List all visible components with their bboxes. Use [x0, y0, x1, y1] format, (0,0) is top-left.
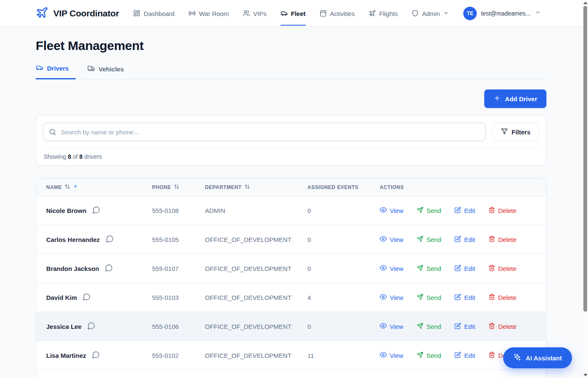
- filters-button[interactable]: Filters: [492, 123, 539, 141]
- nav-item-activities[interactable]: Activities: [320, 1, 355, 26]
- brand-name: VIP Coordinator: [53, 8, 119, 18]
- search-input-wrap: [43, 123, 486, 141]
- view-action[interactable]: View: [380, 235, 403, 244]
- nav-item-dashboard[interactable]: Dashboard: [133, 1, 174, 26]
- driver-phone: 555-0106: [152, 323, 205, 330]
- chat-bubble-icon[interactable]: [87, 322, 95, 331]
- plane-icon: [369, 10, 376, 18]
- delete-action[interactable]: Delete: [488, 236, 516, 244]
- scrollbar: [582, 0, 588, 378]
- eye-icon: [380, 206, 387, 215]
- chat-bubble-icon[interactable]: [105, 235, 114, 244]
- nav-item-war-room[interactable]: War Room: [189, 1, 229, 26]
- column-header-name[interactable]: NAME: [46, 184, 152, 191]
- table-row[interactable]: Lisa Martinez 555-0102 OFFICE_OF_DEVELOP…: [36, 341, 546, 370]
- send-action[interactable]: Send: [417, 323, 441, 331]
- search-input[interactable]: [43, 123, 486, 141]
- delete-action[interactable]: Delete: [488, 265, 516, 273]
- table-header: NAME PHONE DEPARTMENT ASSIGNED EVENTS AC…: [36, 178, 546, 196]
- view-action[interactable]: View: [380, 206, 403, 215]
- chat-bubble-icon[interactable]: [92, 351, 100, 360]
- edit-action[interactable]: Edit: [454, 265, 475, 273]
- view-action[interactable]: View: [380, 264, 403, 273]
- trash-icon: [488, 207, 495, 215]
- truck-icon: [87, 65, 95, 74]
- table-row[interactable]: Jessica Lee 555-0106 OFFICE_OF_DEVELOPME…: [36, 312, 546, 341]
- column-header-department[interactable]: DEPARTMENT: [205, 184, 307, 191]
- edit-action[interactable]: Edit: [454, 294, 475, 302]
- table-row[interactable]: Brandon Jackson 555-0107 OFFICE_OF_DEVEL…: [36, 254, 546, 283]
- view-action[interactable]: View: [380, 351, 403, 360]
- chevron-down-icon: [443, 10, 449, 17]
- nav-item-vips[interactable]: VIPs: [243, 1, 267, 26]
- eye-icon: [380, 235, 387, 244]
- driver-phone: 555-0102: [152, 352, 205, 359]
- send-action[interactable]: Send: [417, 294, 441, 302]
- assigned-events-count: 11: [307, 352, 380, 359]
- table-row[interactable]: Carlos Hernandez 555-0105 OFFICE_OF_DEVE…: [36, 225, 546, 254]
- chat-bubble-icon[interactable]: [105, 264, 113, 273]
- send-icon: [417, 207, 423, 215]
- table-row[interactable]: Nicole Brown 555-0108 ADMIN 0 View Send …: [36, 196, 546, 225]
- driver-phone: 555-0103: [152, 294, 205, 301]
- delete-action[interactable]: Delete: [488, 294, 516, 302]
- trash-icon: [488, 323, 495, 331]
- send-icon: [417, 352, 423, 360]
- sort-ascending-icon: [73, 184, 78, 190]
- column-header-actions: ACTIONS: [380, 184, 536, 190]
- tab-drivers[interactable]: Drivers: [36, 64, 76, 79]
- main-content: Fleet Management Drivers Vehicles Add Dr…: [36, 26, 546, 378]
- send-action[interactable]: Send: [417, 265, 441, 273]
- chevron-down-icon: [535, 9, 541, 17]
- driver-name: Brandon Jackson: [46, 265, 99, 272]
- tab-vehicles[interactable]: Vehicles: [87, 65, 131, 79]
- edit-action[interactable]: Edit: [454, 352, 475, 360]
- eye-icon: [380, 293, 387, 302]
- edit-icon: [454, 236, 461, 244]
- send-icon: [417, 265, 423, 273]
- send-action[interactable]: Send: [417, 207, 441, 215]
- driver-phone: 555-0107: [152, 265, 205, 272]
- sparkles-icon: [513, 353, 521, 362]
- column-header-phone[interactable]: PHONE: [152, 184, 205, 191]
- scrollbar-up-arrow[interactable]: [583, 2, 588, 4]
- driver-department: OFFICE_OF_DEVELOPMENT: [205, 294, 307, 301]
- tabs: Drivers Vehicles: [36, 64, 546, 79]
- chat-bubble-icon[interactable]: [82, 293, 91, 302]
- eye-icon: [380, 264, 387, 273]
- driver-department: OFFICE_OF_DEVELOPMENT: [205, 352, 307, 359]
- delete-action[interactable]: Delete: [488, 207, 516, 215]
- driver-name: Nicole Brown: [46, 207, 87, 214]
- scrollbar-down-arrow[interactable]: [583, 374, 588, 376]
- page-title: Fleet Management: [36, 39, 546, 53]
- nav-item-fleet[interactable]: Fleet: [281, 1, 306, 26]
- toolbar: Add Driver: [36, 89, 546, 108]
- send-icon: [417, 236, 423, 244]
- view-action[interactable]: View: [380, 293, 403, 302]
- chat-bubble-icon[interactable]: [92, 206, 100, 215]
- edit-action[interactable]: Edit: [454, 207, 475, 215]
- users-icon: [243, 10, 250, 18]
- nav-item-flights[interactable]: Flights: [369, 1, 398, 26]
- column-header-assigned-events: ASSIGNED EVENTS: [307, 184, 380, 190]
- edit-action[interactable]: Edit: [454, 323, 475, 331]
- table-body: Nicole Brown 555-0108 ADMIN 0 View Send …: [36, 196, 546, 378]
- assigned-events-count: 0: [307, 207, 380, 214]
- send-action[interactable]: Send: [417, 352, 441, 360]
- avatar: TE: [463, 7, 477, 20]
- delete-action[interactable]: Delete: [488, 323, 516, 331]
- scrollbar-thumb[interactable]: [583, 6, 587, 312]
- table-row[interactable]: David Kim 555-0103 OFFICE_OF_DEVELOPMENT…: [36, 283, 546, 312]
- table-row-partial[interactable]: [36, 370, 546, 378]
- view-action[interactable]: View: [380, 322, 403, 331]
- add-driver-button[interactable]: Add Driver: [484, 89, 546, 108]
- send-action[interactable]: Send: [417, 236, 441, 244]
- edit-action[interactable]: Edit: [454, 236, 475, 244]
- assigned-events-count: 0: [307, 265, 380, 272]
- user-menu[interactable]: TE test@madeames...: [463, 7, 541, 20]
- trash-icon: [488, 294, 495, 302]
- edit-icon: [454, 207, 461, 215]
- brand[interactable]: VIP Coordinator: [36, 6, 119, 21]
- nav-item-admin[interactable]: Admin: [412, 1, 449, 26]
- ai-assistant-button[interactable]: AI Assistant: [503, 347, 572, 368]
